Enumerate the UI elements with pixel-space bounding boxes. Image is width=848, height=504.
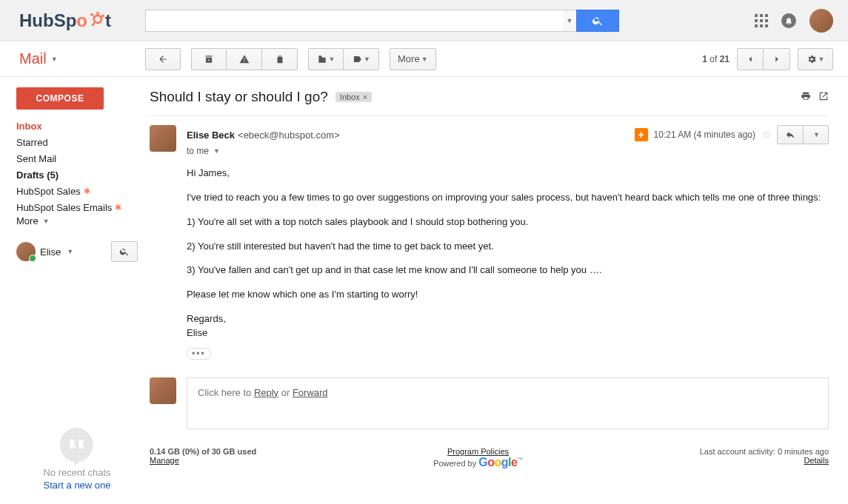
activity-details-link[interactable]: Details: [804, 456, 829, 465]
move-to-button[interactable]: ▼: [308, 48, 344, 70]
archive-button[interactable]: [191, 48, 227, 70]
reply-button[interactable]: [777, 125, 804, 144]
recipient-text: to me: [187, 146, 209, 156]
remove-label-icon[interactable]: ×: [363, 93, 367, 101]
search-box: ▼: [145, 10, 619, 32]
chat-search-button[interactable]: [111, 241, 138, 262]
page-footer: 0.14 GB (0%) of 30 GB used Manage Progra…: [150, 447, 829, 469]
sidebar-item-label: Drafts (5): [16, 169, 59, 181]
hangouts-empty-text: No recent chats: [43, 467, 110, 478]
chat-avatar[interactable]: [16, 242, 36, 261]
chat-header: Elise ▼: [16, 241, 138, 262]
message-paragraph: Please let me know which one as I'm star…: [187, 288, 829, 302]
forward-link[interactable]: Forward: [293, 387, 328, 398]
sprocket-icon: ✱: [84, 187, 90, 196]
more-button-label: More: [398, 53, 420, 64]
trash-icon: [275, 54, 285, 64]
sidebar-more[interactable]: More ▼: [16, 215, 138, 226]
compose-button[interactable]: COMPOSE: [16, 87, 104, 110]
arrow-left-icon: [158, 54, 168, 64]
print-icon: [801, 91, 811, 101]
reply-icon: [785, 130, 795, 140]
reply-box[interactable]: Click here to Reply or Forward: [187, 377, 829, 429]
reply-hint-text: Click here to: [198, 387, 254, 398]
logo-text-o: o: [76, 10, 87, 31]
app-header: HubSpo t ▼: [0, 0, 848, 41]
sidebar: COMPOSE InboxStarredSent MailDrafts (5)H…: [0, 77, 145, 504]
chat-user-name[interactable]: Elise: [40, 246, 61, 258]
label-icon: [352, 54, 362, 64]
svg-line-6: [93, 15, 95, 16]
sidebar-item-inbox[interactable]: Inbox: [16, 120, 138, 132]
mail-dropdown-label: Mail: [19, 50, 47, 67]
gear-icon: [807, 54, 817, 64]
message: Elise Beck <ebeck@hubspot.com> + 10:21 A…: [150, 115, 829, 366]
reply-link[interactable]: Reply: [254, 387, 278, 398]
profile-avatar[interactable]: [809, 9, 833, 33]
thread-subject: Should I stay or should I go?: [150, 89, 328, 105]
notifications-icon[interactable]: [781, 13, 796, 28]
message-pane: Should I stay or should I go? Inbox × El…: [145, 77, 848, 504]
chevron-right-icon: [772, 54, 782, 64]
program-policies-link[interactable]: Program Policies: [447, 447, 509, 456]
new-window-button[interactable]: [818, 91, 829, 104]
search-options-dropdown[interactable]: ▼: [563, 10, 576, 32]
activity-text: Last account activity: 0 minutes ago: [700, 447, 829, 456]
sidebar-item-label: Inbox: [16, 121, 42, 132]
mail-dropdown[interactable]: Mail ▼: [19, 50, 145, 67]
spam-button[interactable]: [227, 48, 262, 70]
sidebar-item-starred[interactable]: Starred: [16, 136, 138, 149]
recipient-row[interactable]: to me ▼: [187, 146, 829, 156]
message-paragraph: Regards,: [187, 312, 829, 326]
sidebar-more-label: More: [16, 215, 39, 226]
storage-text: 0.14 GB (0%) of 30 GB used: [150, 447, 256, 456]
label-chip-text: Inbox: [340, 93, 360, 101]
svg-point-0: [94, 15, 101, 22]
hubspot-logo: HubSpo t: [19, 10, 145, 31]
sprocket-icon: [87, 10, 105, 31]
caret-down-icon[interactable]: ▼: [67, 248, 73, 255]
label-chip[interactable]: Inbox ×: [335, 92, 372, 102]
hangouts-empty-state: No recent chats Start a new one: [16, 424, 138, 491]
chevron-left-icon: [745, 54, 755, 64]
search-button[interactable]: [576, 10, 619, 32]
popout-icon: [818, 91, 829, 101]
labels-button[interactable]: ▼: [344, 48, 379, 70]
prev-page-button[interactable]: [737, 48, 764, 70]
hangouts-start-link[interactable]: Start a new one: [43, 480, 110, 491]
back-button[interactable]: [145, 48, 181, 70]
reply-hint-text: or: [278, 387, 293, 398]
hangouts-icon: [56, 424, 98, 466]
apps-icon[interactable]: [755, 14, 768, 27]
sidebar-item-hubspot-sales[interactable]: HubSpot Sales✱: [16, 185, 138, 198]
folder-nav: InboxStarredSent MailDrafts (5)HubSpot S…: [16, 120, 138, 214]
sender-name[interactable]: Elise Beck: [187, 130, 235, 141]
sidebar-item-label: HubSpot Sales: [16, 186, 81, 197]
reply-more-button[interactable]: ▼: [804, 125, 829, 144]
delete-button[interactable]: [262, 48, 298, 70]
report-spam-icon: [239, 54, 250, 64]
sender-avatar[interactable]: [150, 125, 176, 152]
header-right: [755, 9, 833, 33]
sidebar-item-sent-mail[interactable]: Sent Mail: [16, 152, 138, 165]
search-input[interactable]: [145, 10, 563, 32]
next-page-button[interactable]: [764, 48, 790, 70]
sidebar-item-hubspot-sales-emails[interactable]: HubSpot Sales Emails✱: [16, 201, 138, 214]
manage-storage-link[interactable]: Manage: [150, 456, 179, 465]
hubspot-badge-icon[interactable]: +: [635, 128, 648, 141]
message-paragraph: 1) You're all set with a top notch sales…: [187, 215, 829, 229]
star-button[interactable]: ☆: [761, 128, 771, 141]
message-paragraph: I've tried to reach you a few times to g…: [187, 191, 829, 205]
sender-email: <ebeck@hubspot.com>: [238, 130, 340, 141]
sidebar-item-drafts-5-[interactable]: Drafts (5): [16, 169, 138, 181]
show-trimmed-button[interactable]: •••: [187, 348, 211, 360]
powered-by-text: Powered by: [433, 459, 478, 468]
settings-button[interactable]: ▼: [798, 48, 833, 70]
my-avatar: [150, 377, 176, 404]
message-paragraph: 2) You're still interested but haven't h…: [187, 240, 829, 254]
folder-icon: [317, 54, 327, 64]
svg-line-8: [93, 21, 95, 24]
print-button[interactable]: [801, 91, 811, 104]
more-button[interactable]: More▼: [390, 48, 436, 70]
sidebar-item-label: Sent Mail: [16, 153, 56, 164]
